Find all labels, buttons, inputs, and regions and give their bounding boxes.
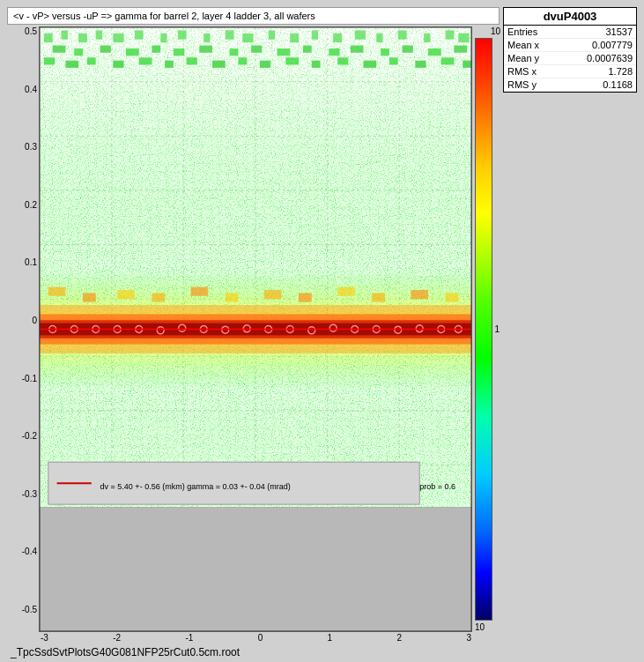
y-label-0: 0.5 bbox=[25, 26, 37, 36]
y-label-3: 0.2 bbox=[25, 200, 37, 210]
y-axis: 0.5 0.4 0.3 0.2 0.1 0 -0.1 -0.2 -0.3 -0.… bbox=[7, 26, 39, 632]
y-label-7: -0.2 bbox=[22, 431, 37, 441]
y-label-1: 0.4 bbox=[25, 85, 37, 94]
stats-rmsy-row: RMS y 0.1168 bbox=[504, 78, 636, 92]
svg-rect-82 bbox=[152, 293, 165, 301]
svg-rect-86 bbox=[299, 293, 312, 301]
x-label-2: -1 bbox=[185, 633, 193, 643]
svg-rect-80 bbox=[83, 293, 96, 301]
colorbar-label-bot: 10 bbox=[475, 622, 500, 632]
svg-rect-89 bbox=[411, 290, 428, 299]
colorbar-scale: 1 bbox=[492, 38, 500, 621]
colorbar-scale-mid: 1 bbox=[494, 324, 500, 334]
colorbar-label-top: 10 bbox=[475, 26, 500, 36]
stats-rmsx-label: RMS x bbox=[507, 66, 537, 77]
y-label-9: -0.4 bbox=[22, 547, 37, 556]
stats-meany-row: Mean y 0.0007639 bbox=[504, 52, 636, 65]
stats-rmsx-value: 1.728 bbox=[608, 66, 633, 77]
colorbar-wrapper: 1 bbox=[475, 38, 500, 621]
y-label-10: -0.5 bbox=[22, 605, 37, 614]
y-label-5: 0 bbox=[32, 316, 37, 325]
x-axis: -3 -2 -1 0 1 2 3 bbox=[7, 633, 500, 643]
colorbar-section: 10 1 10 bbox=[475, 26, 500, 632]
svg-text:prob = 0.6: prob = 0.6 bbox=[419, 482, 455, 491]
stats-meanx-value: 0.007779 bbox=[592, 40, 633, 50]
main-area: <v - vP> versus -uP => gamma for barrel … bbox=[7, 7, 637, 643]
y-label-2: 0.3 bbox=[25, 142, 37, 152]
svg-rect-116 bbox=[40, 508, 471, 631]
svg-rect-84 bbox=[226, 293, 239, 301]
stats-rmsy-value: 0.1168 bbox=[603, 79, 633, 90]
x-label-6: 3 bbox=[466, 633, 471, 643]
y-label-4: 0.1 bbox=[25, 257, 37, 267]
stats-entries-value: 31537 bbox=[605, 26, 633, 37]
x-label-5: 2 bbox=[396, 633, 402, 643]
x-label-1: -2 bbox=[113, 633, 121, 643]
plot-area: // This won't run inside SVG, so we use … bbox=[39, 26, 472, 632]
plot-section: <v - vP> versus -uP => gamma for barrel … bbox=[7, 7, 500, 643]
plot-title: <v - vP> versus -uP => gamma for barrel … bbox=[7, 7, 500, 25]
x-label-3: 0 bbox=[258, 633, 263, 643]
svg-rect-87 bbox=[337, 287, 355, 296]
y-label-8: -0.3 bbox=[22, 489, 37, 499]
svg-rect-79 bbox=[48, 287, 66, 296]
main-container: <v - vP> versus -uP => gamma for barrel … bbox=[0, 0, 644, 662]
x-label-0: -3 bbox=[41, 633, 48, 643]
stats-title: dvuP4003 bbox=[504, 8, 636, 26]
colorbar-gradient bbox=[475, 38, 492, 621]
stats-rmsx-row: RMS x 1.728 bbox=[504, 65, 636, 78]
stats-meanx-label: Mean x bbox=[507, 40, 539, 50]
x-label-4: 1 bbox=[328, 633, 333, 643]
svg-rect-88 bbox=[372, 293, 385, 301]
svg-rect-83 bbox=[191, 287, 209, 296]
stats-meany-value: 0.0007639 bbox=[587, 53, 633, 63]
stats-rmsy-label: RMS y bbox=[507, 79, 537, 90]
svg-rect-81 bbox=[117, 290, 135, 299]
stats-box: dvuP4003 Entries 31537 Mean x 0.007779 M… bbox=[503, 7, 637, 93]
plot-and-yaxis: 0.5 0.4 0.3 0.2 0.1 0 -0.1 -0.2 -0.3 -0.… bbox=[7, 26, 500, 632]
footer-filename: _TpcSsdSvtPlotsG40G081NFP25rCut0.5cm.roo… bbox=[7, 646, 240, 658]
y-label-6: -0.1 bbox=[22, 374, 37, 383]
svg-rect-90 bbox=[446, 293, 459, 301]
stats-meanx-row: Mean x 0.007779 bbox=[504, 39, 636, 52]
scatter-plot: // This won't run inside SVG, so we use … bbox=[40, 27, 471, 631]
stats-entries-label: Entries bbox=[507, 26, 537, 37]
svg-text:dv =   5.40 +-  0.56 (mkm) gam: dv = 5.40 +- 0.56 (mkm) gamma = 0.03 +- … bbox=[100, 482, 291, 491]
stats-meany-label: Mean y bbox=[507, 53, 539, 63]
svg-rect-85 bbox=[264, 290, 282, 299]
stats-entries-row: Entries 31537 bbox=[504, 26, 636, 39]
